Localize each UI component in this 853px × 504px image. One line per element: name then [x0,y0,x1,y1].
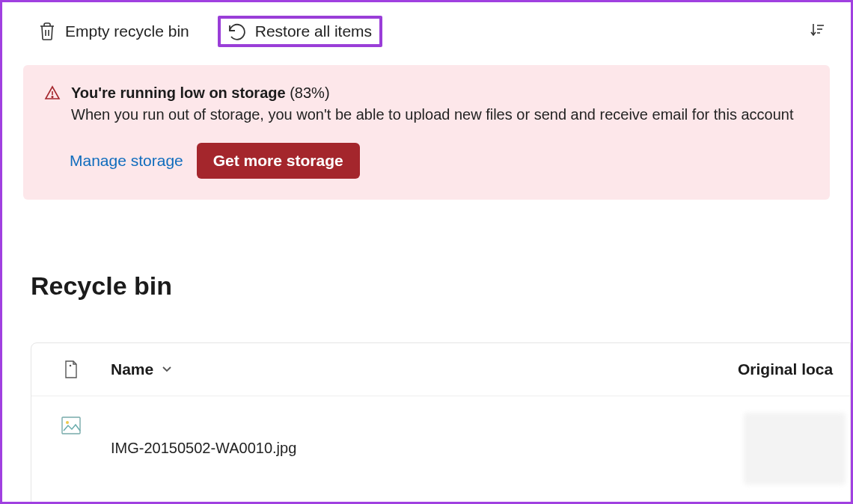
svg-point-0 [52,96,53,98]
svg-rect-2 [62,417,80,434]
page-title: Recycle bin [31,271,851,301]
chevron-down-icon [161,360,173,378]
trash-icon [38,22,56,41]
sort-button[interactable] [806,19,828,44]
original-location-cell [744,413,846,485]
banner-description: When you run out of storage, you won't b… [71,106,809,123]
warning-icon [44,84,61,104]
manage-storage-link[interactable]: Manage storage [70,152,183,170]
table-header: Name Original loca [31,343,850,396]
file-thumbnail [31,413,111,435]
empty-recycle-bin-button[interactable]: Empty recycle bin [31,17,197,46]
svg-point-1 [70,365,70,366]
file-name: IMG-20150502-WA0010.jpg [111,413,744,457]
file-type-column-icon [31,360,111,379]
sort-descending-icon [809,28,825,40]
table-row[interactable]: IMG-20150502-WA0010.jpg [31,396,850,504]
svg-point-3 [66,421,69,424]
toolbar: Empty recycle bin Restore all items [2,2,851,61]
empty-recycle-bin-label: Empty recycle bin [65,22,189,40]
restore-all-button[interactable]: Restore all items [218,16,382,47]
original-location-column-header[interactable]: Original loca [738,360,850,378]
restore-all-label: Restore all items [255,22,372,40]
storage-warning-banner: You're running low on storage (83%) When… [23,65,830,200]
get-more-storage-button[interactable]: Get more storage [197,143,360,179]
name-column-header[interactable]: Name [111,360,738,378]
file-table: Name Original loca IMG-20150502-WA0010.j… [31,342,851,504]
banner-title: You're running low on storage (83%) [71,84,809,102]
undo-icon [225,22,246,41]
